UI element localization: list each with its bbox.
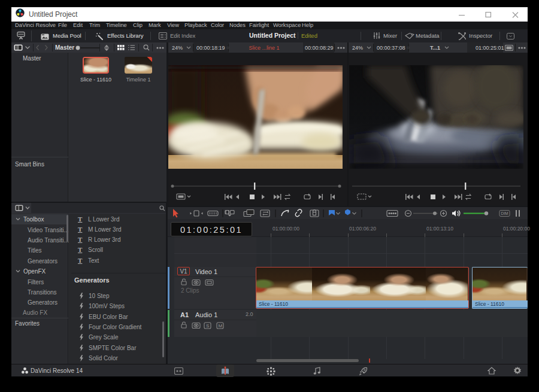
svg-text:DIM: DIM bbox=[501, 211, 508, 215]
svg-text:S: S bbox=[206, 323, 209, 329]
svg-text:M: M bbox=[219, 323, 223, 329]
